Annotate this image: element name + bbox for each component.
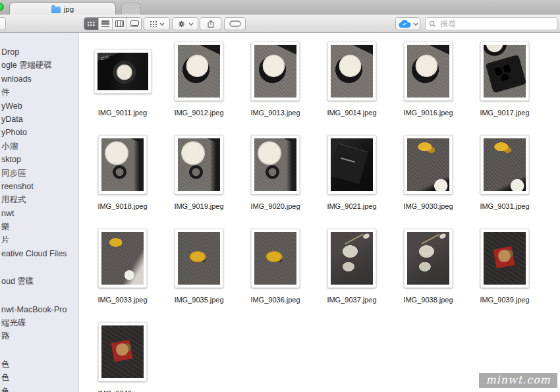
file-name-label[interactable]: IMG_9038.jpeg xyxy=(403,296,453,304)
file-thumbnail[interactable] xyxy=(251,229,300,288)
sidebar-item[interactable]: reenshot xyxy=(0,180,78,193)
file-thumbnail[interactable] xyxy=(251,42,300,101)
file-item[interactable]: IMG_9039.jpeg xyxy=(466,228,543,322)
file-name-label[interactable]: IMG_9020.jpeg xyxy=(250,202,300,210)
file-thumbnail[interactable] xyxy=(98,229,147,288)
coverflow-view-button[interactable] xyxy=(127,18,142,30)
file-item[interactable]: IMG_9018.jpeg xyxy=(84,134,161,228)
sidebar-item[interactable]: sktop xyxy=(0,153,78,166)
file-thumbnail[interactable] xyxy=(327,42,376,101)
sidebar-item[interactable]: 路 xyxy=(0,329,78,343)
file-name-label[interactable]: IMG_9036.jpeg xyxy=(250,296,300,304)
file-item[interactable]: IMG_9038.jpeg xyxy=(390,228,466,322)
file-thumbnail[interactable] xyxy=(404,42,453,101)
file-name-label[interactable]: IMG_9031.jpeg xyxy=(480,202,529,210)
file-item[interactable]: IMG_9037.jpeg xyxy=(314,228,390,322)
sidebar-item[interactable]: nwt-MacBook-Pro xyxy=(0,303,78,316)
file-name-label[interactable]: IMG_9016.jpeg xyxy=(403,109,453,117)
file-item[interactable]: IMG_9017.jpeg xyxy=(466,41,543,134)
coverflow-view-icon xyxy=(130,20,138,28)
icon-view-button[interactable] xyxy=(84,18,99,30)
file-thumbnail[interactable] xyxy=(480,135,529,194)
file-name-label[interactable]: IMG_9018.jpeg xyxy=(98,202,147,210)
column-view-button[interactable] xyxy=(113,18,127,30)
sidebar-item[interactable]: yWeb xyxy=(0,99,78,113)
sidebar-item[interactable]: yData xyxy=(0,113,78,126)
file-item[interactable]: IMG_9013.jpeg xyxy=(237,41,314,134)
sidebar-item[interactable]: 小溜 xyxy=(0,140,78,153)
search-field[interactable] xyxy=(425,17,557,30)
sidebar-item[interactable]: ogle 雲端硬碟 xyxy=(0,59,78,72)
file-name-label[interactable]: IMG_9012.jpeg xyxy=(174,109,223,117)
sidebar-item[interactable]: oud 雲碟 xyxy=(0,275,78,288)
file-item[interactable]: IMG_9016.jpeg xyxy=(390,41,466,134)
tab-jpg[interactable]: jpg xyxy=(9,2,116,15)
file-item[interactable]: IMG_9030.jpeg xyxy=(390,134,466,228)
sidebar-item[interactable]: 用程式 xyxy=(0,193,78,206)
file-name-label[interactable]: IMG_9013.jpeg xyxy=(250,109,300,117)
sidebar-item[interactable]: Drop xyxy=(0,45,78,59)
sidebar-item[interactable]: 件 xyxy=(0,86,78,99)
list-view-button[interactable] xyxy=(99,18,113,30)
sidebar-item[interactable]: 色 xyxy=(0,371,78,384)
sidebar-item[interactable]: nwt xyxy=(0,207,78,220)
file-item[interactable]: IMG_9014.jpeg xyxy=(314,41,390,134)
share-button[interactable] xyxy=(200,17,221,30)
file-item[interactable]: IMG_9020.jpeg xyxy=(237,134,314,228)
sidebar-item[interactable]: yPhoto xyxy=(0,126,78,139)
file-thumbnail[interactable] xyxy=(404,135,453,194)
photo-preview xyxy=(407,232,449,285)
file-thumbnail[interactable] xyxy=(327,229,376,288)
arrange-button[interactable] xyxy=(144,17,170,30)
sidebar-item[interactable]: eative Cloud Files xyxy=(0,247,78,260)
file-name-label[interactable]: IMG_9030.jpeg xyxy=(403,202,453,210)
file-item[interactable]: IMG_9033.jpeg xyxy=(84,228,161,322)
file-name-label[interactable]: IMG_9033.jpeg xyxy=(98,296,147,304)
file-thumbnail[interactable] xyxy=(404,229,453,288)
file-item[interactable]: IMG_9019.jpeg xyxy=(161,134,237,228)
file-item[interactable]: IMG_9035.jpeg xyxy=(161,228,237,322)
file-name-label[interactable]: IMG_9035.jpeg xyxy=(174,296,223,304)
sidebar-item[interactable]: 色 xyxy=(0,358,78,371)
sidebar-item[interactable]: 樂 xyxy=(0,220,78,233)
file-name-label[interactable]: IMG_9014.jpeg xyxy=(327,109,376,117)
photo-preview xyxy=(331,45,373,98)
file-thumbnail[interactable] xyxy=(251,135,300,194)
sidebar-item[interactable]: 片 xyxy=(0,233,78,246)
file-item[interactable]: IMG_9021.jpeg xyxy=(314,134,390,228)
file-thumbnail[interactable] xyxy=(175,135,223,194)
file-item[interactable]: IMG_9031.jpeg xyxy=(466,134,543,228)
file-thumbnail[interactable] xyxy=(175,42,223,101)
file-thumbnail[interactable] xyxy=(480,42,529,101)
file-name-label[interactable]: IMG_9037.jpeg xyxy=(327,296,376,304)
sidebar-item[interactable]: 端光碟 xyxy=(0,316,78,329)
file-name-label[interactable]: IMG_9019.jpeg xyxy=(174,202,223,210)
sidebar-item[interactable]: 同步區 xyxy=(0,167,78,180)
traffic-light-green[interactable] xyxy=(0,3,4,11)
file-item[interactable]: IMG_9036.jpeg xyxy=(237,228,314,322)
file-name-label[interactable]: IMG_9021.jpeg xyxy=(327,202,376,210)
action-button[interactable] xyxy=(172,17,198,30)
file-item[interactable]: IMG_9011.jpeg xyxy=(84,41,161,134)
file-thumbnail[interactable] xyxy=(94,49,152,94)
photo-preview xyxy=(331,138,373,191)
file-name-label[interactable]: IMG_9017.jpeg xyxy=(480,109,529,117)
file-thumbnail[interactable] xyxy=(327,135,376,194)
cloud-sync-button[interactable] xyxy=(395,17,420,30)
file-thumbnail[interactable] xyxy=(98,322,147,381)
sidebar-group: 色色色 xyxy=(0,358,78,392)
file-thumbnail[interactable] xyxy=(98,135,147,194)
tab-stub[interactable] xyxy=(121,3,141,14)
file-name-label[interactable]: IMG_9040.jpeg xyxy=(98,389,147,392)
sidebar-item[interactable]: wnloads xyxy=(0,72,78,86)
file-item[interactable]: IMG_9012.jpeg xyxy=(161,41,237,134)
file-item[interactable]: IMG_9040.jpeg xyxy=(84,322,161,392)
file-name-label[interactable]: IMG_9011.jpeg xyxy=(98,109,147,117)
file-thumbnail[interactable] xyxy=(175,229,223,288)
file-thumbnail[interactable] xyxy=(480,229,529,288)
sidebar-item[interactable]: 色 xyxy=(0,385,78,392)
partial-toolbar-button[interactable] xyxy=(0,17,6,30)
file-name-label[interactable]: IMG_9039.jpeg xyxy=(480,296,529,304)
search-input[interactable] xyxy=(439,18,553,29)
tag-button[interactable] xyxy=(224,17,246,30)
